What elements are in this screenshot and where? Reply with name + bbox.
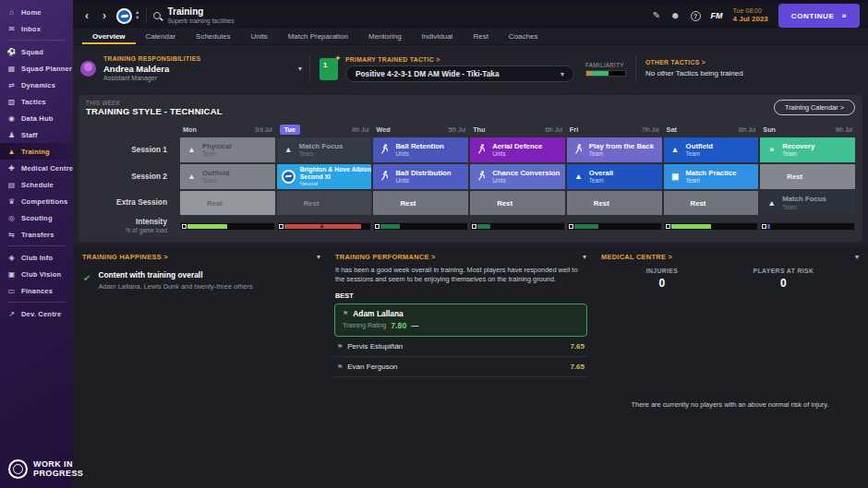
session-cell-thu-chance-conversion[interactable]: Chance ConversionUnits bbox=[470, 164, 565, 189]
intensity-checkbox[interactable] bbox=[375, 224, 380, 229]
session-cell-sat-outfield[interactable]: ▲OutfieldTeam bbox=[664, 137, 759, 162]
chevron-down-icon[interactable]: ▾ bbox=[855, 253, 859, 261]
intensity-checkbox[interactable] bbox=[279, 224, 283, 229]
search-icon[interactable] bbox=[153, 12, 161, 19]
intensity-checkbox[interactable] bbox=[762, 224, 766, 229]
session-cell-mon-rest[interactable]: Rest bbox=[180, 191, 275, 215]
manager-face-icon[interactable]: ☻ bbox=[670, 11, 681, 20]
intensity-checkbox[interactable] bbox=[666, 224, 670, 229]
tab-individual[interactable]: Individual bbox=[412, 29, 464, 44]
sidebar-item-transfers[interactable]: ⇆Transfers bbox=[0, 226, 73, 243]
chevron-down-icon[interactable]: ▾ bbox=[317, 253, 320, 261]
tab-calendar[interactable]: Calendar bbox=[136, 29, 186, 44]
club-crest-selector[interactable]: ▲▼ bbox=[116, 8, 139, 24]
data-hub-icon: ◉ bbox=[6, 114, 17, 123]
sidebar-item-squad[interactable]: ⚽Squad bbox=[0, 43, 73, 60]
medical-centre-heading[interactable]: MEDICAL CENTRE > bbox=[601, 253, 672, 261]
session-cell-tue-match-focus[interactable]: ▲Match FocusTeam bbox=[277, 137, 372, 162]
intensity-checkbox[interactable] bbox=[182, 224, 187, 229]
training-style-title: TRAINING STYLE - TECHNICAL bbox=[86, 106, 223, 116]
performance-row-evan-ferguson[interactable]: ⚑Evan Ferguson7.65 bbox=[333, 357, 588, 377]
sidebar-item-scouting[interactable]: ◎Scouting bbox=[0, 209, 73, 226]
training-calendar-button[interactable]: Training Calendar > bbox=[774, 100, 855, 115]
tab-schedules[interactable]: Schedules bbox=[186, 29, 240, 44]
game-datetime[interactable]: Tue 08:00 4 Jul 2023 bbox=[733, 7, 768, 24]
session-cell-wed-ball-distribution[interactable]: Ball DistributionUnits bbox=[373, 164, 468, 189]
intensity-track[interactable] bbox=[664, 222, 759, 231]
sidebar-item-tactics[interactable]: ▧Tactics bbox=[0, 93, 73, 110]
tab-units[interactable]: Units bbox=[240, 29, 277, 44]
chevron-down-icon[interactable]: ▾ bbox=[583, 253, 586, 261]
club-spinner-icon[interactable]: ▲▼ bbox=[135, 10, 139, 21]
tab-overview[interactable]: Overview bbox=[82, 29, 136, 44]
session-cell-sun-match-focus[interactable]: ▲Match FocusTeam bbox=[760, 191, 855, 215]
session-unit: Team bbox=[589, 150, 654, 158]
session-cell-mon-physical[interactable]: ▲PhysicalTeam bbox=[180, 137, 275, 162]
tab-rest[interactable]: Rest bbox=[463, 29, 498, 44]
sidebar-item-inbox[interactable]: ✉Inbox bbox=[0, 20, 73, 37]
continue-button[interactable]: CONTINUE» bbox=[778, 4, 860, 28]
help-icon[interactable]: ? bbox=[691, 11, 701, 21]
cone-icon: ▲ bbox=[573, 173, 584, 181]
intensity-checkbox[interactable] bbox=[472, 224, 476, 229]
sidebar-item-medical-centre[interactable]: ✚Medical Centre bbox=[0, 160, 73, 176]
intensity-track[interactable] bbox=[180, 222, 275, 231]
injuries-stat[interactable]: INJURIES 0 bbox=[646, 268, 679, 290]
session-cell-wed-ball-retention[interactable]: Ball RetentionUnits bbox=[373, 137, 468, 162]
session-cell-thu-aerial-defence[interactable]: Aerial DefenceUnits bbox=[470, 137, 565, 162]
best-player-card[interactable]: ⚑ Adam Lallana Training Rating 7.80 — bbox=[334, 304, 587, 337]
session-cell-mon-outfield[interactable]: ▲OutfieldTeam bbox=[180, 164, 275, 189]
session-cell-sun-rest[interactable]: Rest bbox=[760, 164, 855, 189]
sidebar-item-training[interactable]: ▲Training bbox=[0, 143, 73, 160]
session-cell-sun-recovery[interactable]: »RecoveryTeam bbox=[760, 137, 855, 162]
tab-match-preparation[interactable]: Match Preparation bbox=[278, 29, 358, 44]
primary-tactic-heading[interactable]: PRIMARY TRAINED TACTIC > bbox=[345, 56, 574, 63]
sidebar-item-staff[interactable]: ♟Staff bbox=[0, 126, 73, 143]
sidebar-item-competitions[interactable]: ♛Competitions bbox=[0, 193, 73, 209]
session-cell-tue-rest[interactable]: Rest bbox=[277, 191, 372, 215]
intensity-fill bbox=[671, 224, 711, 229]
sidebar-item-data-hub[interactable]: ◉Data Hub bbox=[0, 110, 73, 126]
training-responsibilities[interactable]: TRAINING RESPONSIBILITIES Andrea Maldera… bbox=[80, 55, 309, 82]
intensity-track[interactable] bbox=[567, 222, 662, 231]
forward-button[interactable]: › bbox=[99, 10, 110, 21]
session-cell-sat-match-practice[interactable]: ▣Match PracticeTeam bbox=[664, 164, 759, 189]
sidebar-item-club-info[interactable]: ◈Club Info bbox=[0, 249, 73, 266]
tab-mentoring[interactable]: Mentoring bbox=[358, 29, 412, 44]
intensity-track[interactable] bbox=[373, 222, 468, 231]
performance-row-pervis-estupi-n[interactable]: ⚑Pervis Estupiñán7.65 bbox=[333, 337, 588, 357]
training-happiness-heading[interactable]: TRAINING HAPPINESS > bbox=[82, 253, 168, 261]
session-cell-fri-rest[interactable]: Rest bbox=[567, 191, 662, 215]
sidebar-item-home[interactable]: ⌂Home bbox=[0, 4, 73, 20]
match-cell-tue[interactable]: Brighton & Hove AlbionSecond XINeutral bbox=[277, 164, 372, 189]
other-tactics-heading[interactable]: OTHER TACTICS > bbox=[645, 59, 743, 67]
player-name: Pervis Estupiñán bbox=[347, 342, 403, 351]
tab-coaches[interactable]: Coaches bbox=[499, 29, 549, 44]
intensity-track[interactable]: ▲ bbox=[277, 222, 372, 231]
sidebar-item-club-vision[interactable]: ▣Club Vision bbox=[0, 266, 73, 282]
session-cell-fri-overall[interactable]: ▲OverallTeam bbox=[567, 164, 662, 189]
training-performance-heading[interactable]: TRAINING PERFORMANCE > bbox=[335, 253, 436, 261]
tab-bar: OverviewCalendarSchedulesUnitsMatch Prep… bbox=[73, 29, 868, 45]
edit-icon[interactable]: ✎ bbox=[653, 11, 660, 20]
session-cell-sat-rest[interactable]: Rest bbox=[664, 191, 759, 215]
session-cell-wed-rest[interactable]: Rest bbox=[373, 191, 468, 215]
sidebar-item-squad-planner[interactable]: ▦Squad Planner bbox=[0, 60, 73, 77]
sidebar-item-finances[interactable]: ▭Finances bbox=[0, 282, 73, 299]
back-button[interactable]: ‹ bbox=[81, 10, 92, 21]
session-cell-fri-play-from-the-back[interactable]: Play from the BackTeam bbox=[567, 137, 662, 162]
session-cell-thu-rest[interactable]: Rest bbox=[470, 191, 565, 215]
primary-tactic-select[interactable]: Positive 4-2-3-1 DM AM Wide - Tiki-Taka … bbox=[345, 65, 574, 82]
intensity-track[interactable] bbox=[760, 222, 855, 231]
happiness-item[interactable]: ✔ Content with training overall Adam Lal… bbox=[80, 266, 322, 296]
session-title: Rest bbox=[594, 199, 609, 208]
sidebar-item-dynamics[interactable]: ⇄Dynamics bbox=[0, 77, 73, 93]
row-label-session-1: Session 1 bbox=[86, 137, 178, 162]
intensity-track[interactable] bbox=[470, 222, 565, 231]
chevron-down-icon[interactable]: ▾ bbox=[298, 65, 302, 73]
sidebar-item-dev-centre[interactable]: ↗Dev. Centre bbox=[0, 305, 73, 322]
intensity-checkbox[interactable] bbox=[569, 224, 573, 229]
players-at-risk-stat[interactable]: PLAYERS AT RISK 0 bbox=[753, 268, 814, 290]
sidebar-item-schedule[interactable]: ▤Schedule bbox=[0, 176, 73, 193]
page-title-block: Training Superb training facilities bbox=[167, 6, 234, 24]
